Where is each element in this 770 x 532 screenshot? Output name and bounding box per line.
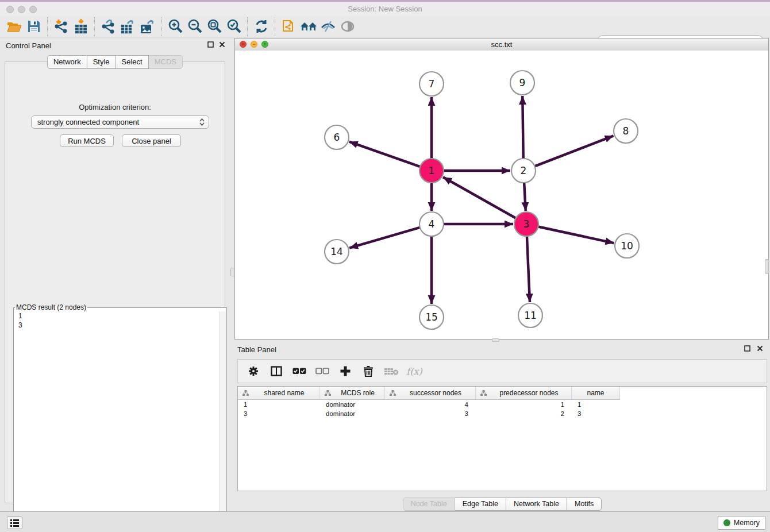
export-table-icon[interactable] <box>118 17 138 36</box>
import-network-icon[interactable] <box>52 17 71 36</box>
network-canvas[interactable]: 7968124314101511 <box>235 51 768 339</box>
tab-mcds[interactable]: MCDS <box>149 55 183 69</box>
column-header-shared-name[interactable]: shared name <box>238 387 320 400</box>
mcds-result-item: 3 <box>14 321 226 330</box>
table-cell[interactable]: dominator <box>320 400 385 409</box>
table-row[interactable]: 1dominator411 <box>238 400 767 409</box>
optimization-criterion-select[interactable]: strongly connected component <box>31 115 209 129</box>
mcds-panel: Optimization criterion: strongly connect… <box>5 61 225 503</box>
control-panel-title: Control Panel <box>6 41 51 50</box>
zoom-selected-icon[interactable] <box>224 17 244 36</box>
graph-edge-2-9[interactable] <box>522 96 523 159</box>
run-mcds-button[interactable]: Run MCDS <box>60 134 114 147</box>
main-toolbar <box>0 16 770 37</box>
column-type-icon <box>325 390 331 396</box>
table-cell[interactable]: 3 <box>385 409 476 418</box>
graph-edge-3-11[interactable] <box>527 236 530 302</box>
column-type-icon <box>390 390 396 396</box>
new-network-from-selection-icon[interactable] <box>279 17 299 36</box>
column-header-name[interactable]: name <box>572 387 620 400</box>
save-session-icon[interactable] <box>24 17 44 36</box>
refresh-layout-icon[interactable] <box>252 17 271 36</box>
node-table[interactable]: shared nameMCDS rolesuccessor nodesprede… <box>237 386 767 491</box>
column-label: name <box>572 389 619 397</box>
control-panel-tabs: NetworkStyleSelectMCDS <box>0 55 230 69</box>
column-type-icon <box>242 390 249 396</box>
export-network-icon[interactable] <box>99 17 118 36</box>
function-builder-icon: f(x) <box>407 364 422 379</box>
graph-node-label: 14 <box>330 246 343 257</box>
table-row[interactable]: 3dominator323 <box>238 409 767 418</box>
tab-network[interactable]: Network <box>47 55 87 69</box>
table-settings-icon[interactable] <box>246 364 261 379</box>
column-label: MCDS role <box>331 389 384 397</box>
zoom-in-icon[interactable] <box>165 17 185 36</box>
network-title: scc.txt <box>235 40 768 49</box>
close-panel-icon[interactable] <box>219 41 225 48</box>
horizontal-splitter-grip[interactable] <box>492 338 499 342</box>
graph-edge-3-10[interactable] <box>538 226 614 243</box>
select-all-icon[interactable] <box>292 364 307 379</box>
control-panel: Control Panel NetworkStyleSelectMCDS Opt… <box>0 38 230 511</box>
zoom-fit-icon[interactable] <box>205 17 224 36</box>
table-panel: Table Panel f(x) <box>234 342 770 511</box>
table-tab-node-table[interactable]: Node Table <box>403 498 455 511</box>
graph-node-label: 9 <box>519 77 526 88</box>
table-cell[interactable]: 1 <box>572 400 620 409</box>
memory-status-icon <box>723 519 730 526</box>
open-session-icon[interactable] <box>5 17 24 36</box>
graph-edge-2-8[interactable] <box>535 136 614 166</box>
scrollbar-track[interactable] <box>219 311 226 523</box>
show-panel-list-button[interactable] <box>7 516 22 529</box>
show-columns-icon[interactable] <box>269 364 284 379</box>
home-layout-icon[interactable] <box>299 17 318 36</box>
column-label: predecessor nodes <box>487 389 571 397</box>
table-tab-network-table[interactable]: Network Table <box>506 498 567 511</box>
mcds-result-list: 13 <box>14 311 226 523</box>
graph-node-label: 8 <box>623 125 629 137</box>
column-header-predecessor-nodes[interactable]: predecessor nodes <box>476 387 572 400</box>
tab-style[interactable]: Style <box>87 55 116 69</box>
table-cell[interactable]: 4 <box>385 400 476 409</box>
export-image-icon[interactable] <box>138 17 157 36</box>
float-panel-icon[interactable] <box>207 41 214 48</box>
graph-edge-4-14[interactable] <box>349 228 420 248</box>
column-header-successor-nodes[interactable]: successor nodes <box>385 387 476 400</box>
table-body: 1dominator4113dominator323 <box>238 400 767 418</box>
graph-edge-2-3[interactable] <box>524 183 526 211</box>
delete-columns-icon[interactable] <box>361 364 376 379</box>
table-cell[interactable]: 1 <box>238 400 320 409</box>
close-panel-button[interactable]: Close panel <box>122 134 181 147</box>
toolbar-separator <box>47 17 48 36</box>
graph-node-label: 4 <box>429 218 435 230</box>
table-cell[interactable]: 3 <box>572 409 620 418</box>
deselect-all-icon[interactable] <box>315 364 330 379</box>
table-toolbar: f(x) <box>237 359 767 383</box>
close-table-panel-icon[interactable] <box>757 345 763 352</box>
table-tab-edge-table[interactable]: Edge Table <box>455 498 506 511</box>
table-cell[interactable]: dominator <box>320 409 385 418</box>
table-cell[interactable]: 1 <box>476 400 572 409</box>
zoom-out-icon[interactable] <box>185 17 205 36</box>
toolbar-separator <box>161 17 162 36</box>
toolbar-separator <box>94 17 95 36</box>
right-splitter-grip[interactable] <box>765 259 769 274</box>
column-header-MCDS-role[interactable]: MCDS role <box>320 387 385 400</box>
graph-node-label: 2 <box>521 165 527 176</box>
graph-node-label: 1 <box>429 165 435 176</box>
add-column-icon[interactable] <box>338 364 353 379</box>
network-window-titlebar[interactable]: ✕ − + scc.txt <box>235 38 768 51</box>
graph-node-label: 11 <box>524 310 537 321</box>
graph-edge-3-1[interactable] <box>443 177 516 218</box>
memory-button[interactable]: Memory <box>718 516 765 530</box>
tab-select[interactable]: Select <box>116 55 149 69</box>
table-cell[interactable]: 3 <box>238 409 320 418</box>
network-view-window: ✕ − + scc.txt 7968124314101511 <box>234 38 769 340</box>
toggle-details-icon[interactable] <box>318 17 338 36</box>
float-table-panel-icon[interactable] <box>744 345 750 352</box>
import-table-icon[interactable] <box>71 17 91 36</box>
column-label: shared name <box>249 389 319 397</box>
table-cell[interactable]: 2 <box>476 409 572 418</box>
table-tab-motifs[interactable]: Motifs <box>567 498 602 511</box>
graph-edge-1-6[interactable] <box>349 142 420 167</box>
